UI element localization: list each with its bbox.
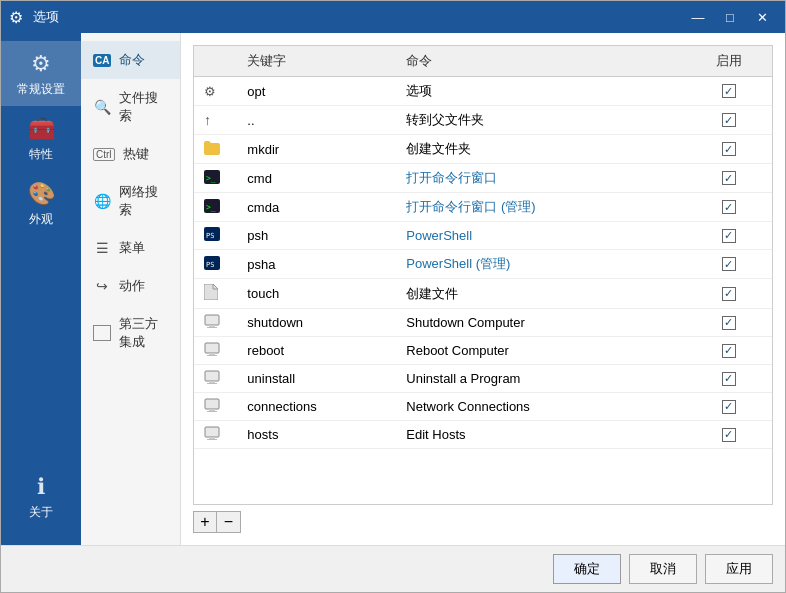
enabled-checkbox[interactable]: ✓	[695, 84, 762, 98]
nav-item-hotkeys[interactable]: Ctrl 热键	[81, 135, 180, 173]
row-enabled-cell[interactable]: ✓	[685, 365, 772, 393]
enabled-checkbox[interactable]: ✓	[695, 200, 762, 214]
enabled-checkbox[interactable]: ✓	[695, 400, 762, 414]
row-command: Edit Hosts	[396, 421, 685, 449]
sidebar-item-about[interactable]: ℹ 关于	[1, 464, 81, 529]
footer: 确定 取消 应用	[1, 545, 785, 592]
row-enabled-cell[interactable]: ✓	[685, 135, 772, 164]
nav-label-actions: 动作	[119, 277, 145, 295]
checkbox-box: ✓	[722, 142, 736, 156]
checkbox-box: ✓	[722, 84, 736, 98]
nav-item-actions[interactable]: ↪ 动作	[81, 267, 180, 305]
row-icon-cell	[194, 421, 237, 449]
svg-rect-14	[205, 371, 219, 381]
row-enabled-cell[interactable]: ✓	[685, 309, 772, 337]
checkbox-box: ✓	[722, 113, 736, 127]
apply-button[interactable]: 应用	[705, 554, 773, 584]
enabled-checkbox[interactable]: ✓	[695, 287, 762, 301]
confirm-button[interactable]: 确定	[553, 554, 621, 584]
actions-icon: ↪	[93, 278, 111, 294]
row-enabled-cell[interactable]: ✓	[685, 222, 772, 250]
nav-label-hotkeys: 热键	[123, 145, 149, 163]
sidebar: ⚙ 常规设置 🧰 特性 🎨 外观 ℹ 关于	[1, 33, 81, 545]
table-row[interactable]: >_cmd打开命令行窗口✓	[194, 164, 772, 193]
svg-text:>_: >_	[206, 174, 216, 183]
row-keyword: hosts	[237, 421, 396, 449]
remove-row-button[interactable]: −	[217, 511, 241, 533]
col-header-enabled: 启用	[685, 46, 772, 77]
palette-icon: 🎨	[28, 181, 55, 207]
row-enabled-cell[interactable]: ✓	[685, 279, 772, 309]
titlebar: ⚙ 选项 — □ ✕	[1, 1, 785, 33]
row-enabled-cell[interactable]: ✓	[685, 421, 772, 449]
table-row[interactable]: uninstallUninstall a Program✓	[194, 365, 772, 393]
checkbox-box: ✓	[722, 257, 736, 271]
table-row[interactable]: ↑..转到父文件夹✓	[194, 106, 772, 135]
svg-rect-17	[205, 399, 219, 409]
add-row-button[interactable]: +	[193, 511, 217, 533]
sidebar-item-properties[interactable]: 🧰 特性	[1, 106, 81, 171]
enabled-checkbox[interactable]: ✓	[695, 344, 762, 358]
nav-item-netsearch[interactable]: 🌐 网络搜索	[81, 173, 180, 229]
commands-table-container[interactable]: 关键字 命令 启用 ⚙opt选项✓↑..转到父文件夹✓mkdir创建文件夹✓>_…	[193, 45, 773, 505]
row-enabled-cell[interactable]: ✓	[685, 250, 772, 279]
nav-item-filesearch[interactable]: 🔍 文件搜索	[81, 79, 180, 135]
row-enabled-cell[interactable]: ✓	[685, 164, 772, 193]
table-row[interactable]: rebootReboot Computer✓	[194, 337, 772, 365]
commands-table: 关键字 命令 启用 ⚙opt选项✓↑..转到父文件夹✓mkdir创建文件夹✓>_…	[194, 46, 772, 449]
table-row[interactable]: mkdir创建文件夹✓	[194, 135, 772, 164]
table-row[interactable]: shutdownShutdown Computer✓	[194, 309, 772, 337]
row-icon-cell: >_	[194, 193, 237, 222]
gear-icon: ⚙	[31, 51, 51, 77]
nav-item-menu[interactable]: ☰ 菜单	[81, 229, 180, 267]
row-icon-cell: PS	[194, 222, 237, 250]
table-row[interactable]: PSpshaPowerShell (管理)✓	[194, 250, 772, 279]
row-command: Uninstall a Program	[396, 365, 685, 393]
content-area: ⚙ 常规设置 🧰 特性 🎨 外观 ℹ 关于 CA 命令	[1, 33, 785, 545]
row-icon-cell: PS	[194, 250, 237, 279]
row-command: 打开命令行窗口 (管理)	[396, 193, 685, 222]
enabled-checkbox[interactable]: ✓	[695, 316, 762, 330]
checkbox-box: ✓	[722, 372, 736, 386]
row-icon-cell	[194, 393, 237, 421]
row-keyword: psha	[237, 250, 396, 279]
cancel-button[interactable]: 取消	[629, 554, 697, 584]
row-icon-cell: ↑	[194, 106, 237, 135]
row-enabled-cell[interactable]: ✓	[685, 106, 772, 135]
nav-item-commands[interactable]: CA 命令	[81, 41, 180, 79]
table-row[interactable]: touch创建文件✓	[194, 279, 772, 309]
enabled-checkbox[interactable]: ✓	[695, 142, 762, 156]
row-enabled-cell[interactable]: ✓	[685, 337, 772, 365]
nav-panel: CA 命令 🔍 文件搜索 Ctrl 热键 🌐 网络搜索 ☰ 菜单 ↪ 动作	[81, 33, 181, 545]
row-enabled-cell[interactable]: ✓	[685, 193, 772, 222]
table-row[interactable]: >_cmda打开命令行窗口 (管理)✓	[194, 193, 772, 222]
row-command: PowerShell	[396, 222, 685, 250]
enabled-checkbox[interactable]: ✓	[695, 113, 762, 127]
table-row[interactable]: ⚙opt选项✓	[194, 77, 772, 106]
enabled-checkbox[interactable]: ✓	[695, 257, 762, 271]
enabled-checkbox[interactable]: ✓	[695, 229, 762, 243]
sidebar-item-general[interactable]: ⚙ 常规设置	[1, 41, 81, 106]
svg-rect-19	[207, 411, 217, 412]
nav-item-thirdparty[interactable]: 第三方集成	[81, 305, 180, 361]
info-icon: ℹ	[37, 474, 45, 500]
table-row[interactable]: connectionsNetwork Connections✓	[194, 393, 772, 421]
row-enabled-cell[interactable]: ✓	[685, 77, 772, 106]
table-row[interactable]: PSpshPowerShell✓	[194, 222, 772, 250]
maximize-button[interactable]: □	[715, 7, 745, 27]
close-button[interactable]: ✕	[747, 7, 777, 27]
row-enabled-cell[interactable]: ✓	[685, 393, 772, 421]
minimize-button[interactable]: —	[683, 7, 713, 27]
table-row[interactable]: hostsEdit Hosts✓	[194, 421, 772, 449]
enabled-checkbox[interactable]: ✓	[695, 372, 762, 386]
svg-rect-21	[209, 437, 215, 439]
checkbox-box: ✓	[722, 428, 736, 442]
main-panel: 关键字 命令 启用 ⚙opt选项✓↑..转到父文件夹✓mkdir创建文件夹✓>_…	[181, 33, 785, 545]
row-keyword: shutdown	[237, 309, 396, 337]
svg-rect-15	[209, 381, 215, 383]
enabled-checkbox[interactable]: ✓	[695, 428, 762, 442]
sidebar-item-appearance[interactable]: 🎨 外观	[1, 171, 81, 236]
svg-rect-8	[205, 315, 219, 325]
row-icon-cell	[194, 337, 237, 365]
enabled-checkbox[interactable]: ✓	[695, 171, 762, 185]
